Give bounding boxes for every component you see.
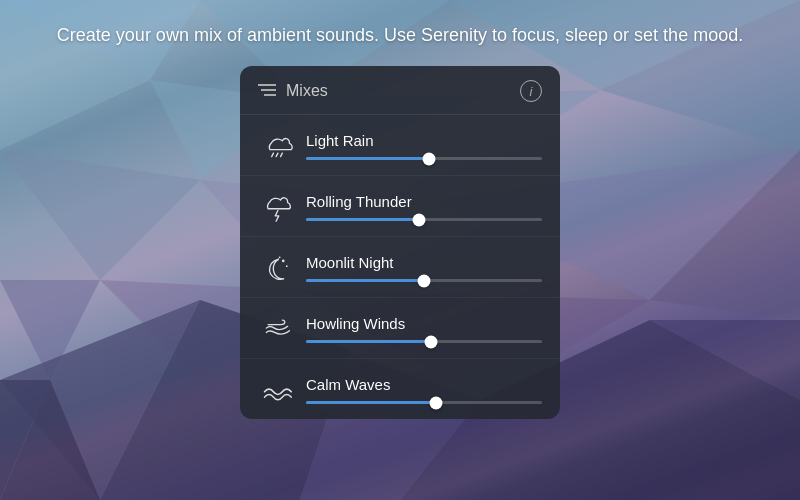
sound-content-calm-waves: Calm Waves xyxy=(306,376,542,404)
panel-header: Mixes i xyxy=(240,66,560,115)
slider-thumb-rolling-thunder[interactable] xyxy=(413,213,426,226)
sound-name-moonlit-night: Moonlit Night xyxy=(306,254,542,271)
slider-thumb-moonlit-night[interactable] xyxy=(418,274,431,287)
slider-track-moonlit-night[interactable] xyxy=(306,279,542,282)
slider-thumb-light-rain[interactable] xyxy=(422,152,435,165)
sound-name-howling-winds: Howling Winds xyxy=(306,315,542,332)
header-text: Create your own mix of ambient sounds. U… xyxy=(57,25,743,45)
sound-item-light-rain: Light Rain xyxy=(240,115,560,176)
sound-item-calm-waves: Calm Waves xyxy=(240,359,560,419)
wind-icon xyxy=(258,310,296,348)
moon-icon xyxy=(258,249,296,287)
svg-point-29 xyxy=(279,257,281,259)
slider-thumb-howling-winds[interactable] xyxy=(425,335,438,348)
sound-content-light-rain: Light Rain xyxy=(306,132,542,160)
sound-list: Light Rain Rolling Thunder M xyxy=(240,115,560,419)
thunder-icon xyxy=(258,188,296,226)
slider-fill-moonlit-night xyxy=(306,279,424,282)
sound-name-light-rain: Light Rain xyxy=(306,132,542,149)
slider-track-rolling-thunder[interactable] xyxy=(306,218,542,221)
header-description: Create your own mix of ambient sounds. U… xyxy=(0,0,800,66)
sound-content-moonlit-night: Moonlit Night xyxy=(306,254,542,282)
slider-fill-light-rain xyxy=(306,157,429,160)
sound-content-rolling-thunder: Rolling Thunder xyxy=(306,193,542,221)
slider-fill-howling-winds xyxy=(306,340,431,343)
svg-line-24 xyxy=(272,153,274,157)
panel-title: Mixes xyxy=(286,82,328,100)
svg-point-27 xyxy=(282,260,285,263)
svg-line-25 xyxy=(276,153,278,157)
svg-marker-7 xyxy=(0,150,200,280)
slider-track-howling-winds[interactable] xyxy=(306,340,542,343)
svg-line-26 xyxy=(281,153,283,157)
slider-thumb-calm-waves[interactable] xyxy=(429,396,442,409)
slider-track-calm-waves[interactable] xyxy=(306,401,542,404)
svg-point-28 xyxy=(286,265,288,267)
sound-name-calm-waves: Calm Waves xyxy=(306,376,542,393)
sound-item-moonlit-night: Moonlit Night xyxy=(240,237,560,298)
sound-content-howling-winds: Howling Winds xyxy=(306,315,542,343)
sound-item-howling-winds: Howling Winds xyxy=(240,298,560,359)
slider-track-light-rain[interactable] xyxy=(306,157,542,160)
mixes-list-icon xyxy=(258,83,276,99)
panel-header-left: Mixes xyxy=(258,82,328,100)
waves-icon xyxy=(258,371,296,409)
sound-item-rolling-thunder: Rolling Thunder xyxy=(240,176,560,237)
slider-fill-calm-waves xyxy=(306,401,436,404)
mixes-panel: Mixes i Light Rain Rolling Thund xyxy=(240,66,560,419)
sound-name-rolling-thunder: Rolling Thunder xyxy=(306,193,542,210)
rain-icon xyxy=(258,127,296,165)
info-button[interactable]: i xyxy=(520,80,542,102)
slider-fill-rolling-thunder xyxy=(306,218,419,221)
